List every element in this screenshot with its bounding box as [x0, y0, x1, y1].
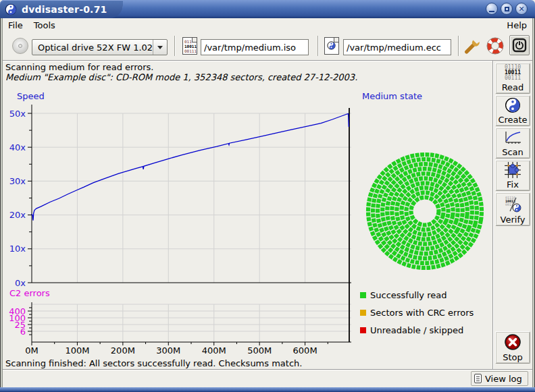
svg-text:400M: 400M [202, 345, 226, 356]
image-file-icon: 011 10011 00111 [182, 37, 197, 55]
drive-select[interactable]: Optical drive 52X FW 1.02 [32, 39, 168, 55]
svg-text:600M: 600M [293, 345, 317, 356]
lifebelt-icon[interactable] [486, 37, 504, 55]
toolbar-separator [458, 36, 459, 56]
power-icon [512, 38, 527, 53]
red-swatch [360, 327, 366, 333]
titlebar-tab: dvdisaster-0.71 [0, 0, 123, 18]
drive-select-arrow-button[interactable] [153, 40, 167, 55]
scan-button[interactable]: Scan [495, 128, 530, 159]
action-sidebar: 011101001100111 Read Create [492, 61, 532, 369]
medium-state-legend: Successfully read Sectors with CRC error… [360, 286, 474, 339]
main-area: Scanning medium for read errors. Medium … [3, 61, 492, 357]
menu-tools[interactable]: Tools [28, 19, 61, 32]
footer-bar: View log [3, 370, 532, 387]
legend-item-read: Successfully read [360, 286, 474, 304]
window-border-right [532, 18, 535, 387]
drive-select-value: Optical drive 52X FW 1.02 [32, 43, 153, 53]
toolbar-separator [174, 36, 176, 56]
menu-file[interactable]: File [3, 19, 28, 32]
read-button[interactable]: 011101001100111 Read [495, 63, 530, 94]
speed-curve-icon [503, 128, 522, 147]
legend-item-unreadable: Unreadable / skipped [360, 321, 474, 339]
svg-text:0x: 0x [15, 278, 26, 288]
scan-result-status: Scanning finished: All sectors successfu… [5, 358, 478, 368]
titlebar[interactable]: dvdisaster-0.71 ✕ [0, 0, 535, 18]
svg-text:6: 6 [20, 327, 26, 337]
svg-text:40x: 40x [9, 142, 26, 152]
stop-x-icon [504, 332, 521, 352]
iso-file-input[interactable] [201, 39, 309, 55]
ecc-file-input[interactable] [343, 39, 451, 55]
toolbar-separator [317, 36, 319, 56]
view-log-label: View log [485, 374, 522, 384]
wrench-icon[interactable] [463, 37, 481, 55]
menu-help[interactable]: Help [501, 19, 532, 32]
svg-text:300M: 300M [156, 345, 180, 356]
log-list-icon [474, 374, 482, 383]
svg-text:100M: 100M [65, 345, 89, 356]
amber-swatch [360, 310, 366, 316]
legend-label: Unreadable / skipped [370, 325, 463, 335]
ecc-file-icon [324, 37, 339, 55]
legend-item-crc: Sectors with CRC errors [360, 304, 474, 321]
binary-yinyang-icon: 01110 10011 00111 [504, 193, 521, 215]
svg-text:10x: 10x [9, 244, 26, 254]
svg-text:200M: 200M [111, 345, 135, 356]
close-icon: ✕ [518, 5, 524, 13]
minimize-button[interactable] [486, 3, 498, 15]
binary-lines-icon: 011101001100111 [505, 63, 521, 82]
app-window: dvdisaster-0.71 ✕ File Tools Help Optica… [0, 0, 535, 392]
verify-button[interactable]: 01110 10011 00111 Verify [495, 192, 530, 226]
toolbar: Optical drive 52X FW 1.02 011 10011 0011… [3, 32, 532, 61]
chevron-down-icon [157, 46, 163, 49]
puzzle-grid-icon [504, 161, 521, 179]
svg-text:20x: 20x [9, 210, 26, 220]
maximize-button[interactable] [501, 3, 513, 15]
window-border-bottom[interactable] [0, 387, 535, 392]
svg-text:0M: 0M [25, 345, 39, 356]
maximize-icon [505, 7, 509, 11]
stop-button[interactable]: Stop [495, 331, 530, 364]
svg-text:50x: 50x [9, 109, 26, 119]
green-swatch [360, 292, 366, 298]
view-log-button[interactable]: View log [471, 371, 528, 386]
legend-label: Successfully read [370, 290, 447, 300]
legend-label: Sectors with CRC errors [370, 308, 474, 318]
minimize-icon [489, 11, 494, 12]
optical-drive-icon [12, 38, 28, 54]
create-button[interactable]: Create [495, 95, 530, 126]
close-button[interactable]: ✕ [515, 3, 528, 15]
fix-button[interactable]: Fix [495, 160, 530, 191]
svg-text:500M: 500M [247, 345, 272, 356]
svg-text:30x: 30x [9, 176, 26, 186]
quit-button[interactable] [509, 35, 530, 55]
medium-state-disc [365, 151, 486, 273]
menubar: File Tools Help [3, 18, 532, 32]
yin-yang-icon [505, 96, 521, 115]
window-title: dvdisaster-0.71 [22, 4, 107, 15]
app-yinyang-icon [5, 3, 17, 16]
